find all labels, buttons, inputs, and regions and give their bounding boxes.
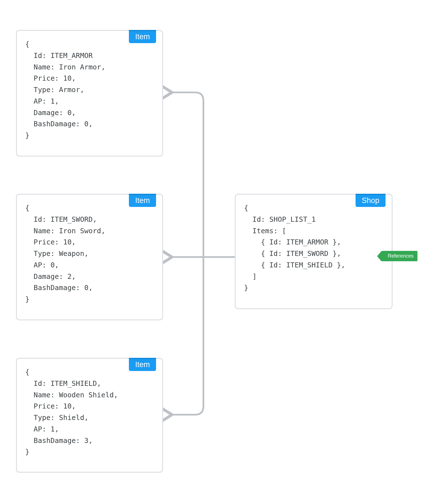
item-code-shield: { Id: ITEM_SHIELD, Name: Wooden Shield, … (25, 367, 154, 458)
item-tag: Item (129, 30, 156, 43)
item-box-shield: Item { Id: ITEM_SHIELD, Name: Wooden Shi… (16, 358, 163, 473)
item-box-sword: Item { Id: ITEM_SWORD, Name: Iron Sword,… (16, 194, 163, 320)
item-tag: Item (129, 358, 156, 371)
item-tag: Item (129, 194, 156, 207)
references-callout: References (382, 251, 417, 261)
shop-code: { Id: SHOP_LIST_1 Items: [ { Id: ITEM_AR… (244, 202, 383, 294)
shop-box: Shop { Id: SHOP_LIST_1 Items: [ { Id: IT… (235, 194, 393, 309)
item-box-armor: Item { Id: ITEM_ARMOR Name: Iron Armor, … (16, 30, 163, 157)
item-code-sword: { Id: ITEM_SWORD, Name: Iron Sword, Pric… (25, 202, 154, 305)
item-code-armor: { Id: ITEM_ARMOR Name: Iron Armor, Price… (25, 39, 154, 141)
shop-tag: Shop (356, 194, 386, 207)
